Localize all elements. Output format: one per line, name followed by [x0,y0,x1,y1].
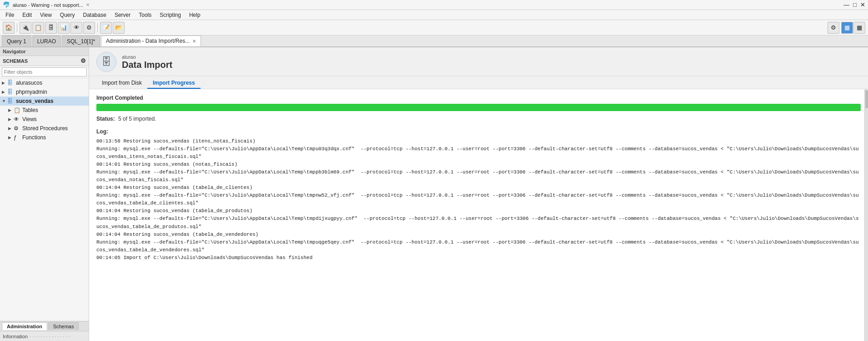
schema-label-phpmyadmin: phpmyadmin [16,89,47,95]
schema-item-alurasucos[interactable]: ▶ 🗄 alurasucos [0,78,89,87]
info-bar: Information · · · · · · · · · · · · · · … [0,331,89,341]
schemas-options-icon[interactable]: ⚙ [80,57,86,64]
import-database-icon: 🗄 [96,52,116,72]
menu-scripting[interactable]: Scripting [156,11,185,19]
tab-admin-import[interactable]: Administration - Data Import/Res... ✕ [101,36,201,46]
schema-children-sucos-vendas: ▶ 📋 Tables ▶ 👁 Views ▶ ⚙ Stored Procedur… [0,106,89,142]
import-header: 🗄 alurao Data Import [89,47,868,76]
maximize-button[interactable]: □ [853,1,857,8]
schema-arrow-sucos-vendas: ▼ [2,99,7,103]
tab-sql10[interactable]: SQL_10[1]* [62,36,100,46]
navigator-header: Navigator [0,47,89,56]
close-button[interactable]: ✕ [860,1,865,8]
toolbar-layout2-button[interactable]: ▦ [853,22,865,34]
sp-icon: ⚙ [14,125,21,132]
schema-child-tables[interactable]: ▶ 📋 Tables [6,106,89,115]
toolbar-gear-button[interactable]: ⚙ [828,22,839,34]
minimize-button[interactable]: — [843,1,849,8]
scrollbar-thumb[interactable] [865,90,868,108]
info-label: Information [3,334,28,339]
bottom-tab-administration[interactable]: Administration [2,322,47,330]
import-title: Data Import [122,60,172,70]
filter-row [0,66,89,78]
toolbar-right: ⚙ ▦ ▦ [828,22,865,34]
menu-server[interactable]: Server [111,11,134,19]
tab-query1-label: Query 1 [7,38,26,45]
title-bar-left: 🐬 alurao - Warning - not support... ✕ [3,1,90,8]
content-area: 🗄 alurao Data Import Import from Disk Im… [89,47,868,341]
toolbar-table-button[interactable]: 📊 [58,22,70,34]
schema-tree: ▶ 🗄 alurasucos ▶ 🗄 phpmyadmin ▼ 🗄 sucos_… [0,78,89,321]
tab-admin-import-close-icon[interactable]: ✕ [192,39,196,44]
subtab-import-progress[interactable]: Import Progress [147,78,201,89]
toolbar-properties-button[interactable]: 📋 [32,22,44,34]
schema-label-alurasucos: alurasucos [16,80,42,86]
menu-help[interactable]: Help [186,11,204,19]
toolbar-schema-button[interactable]: 🗄 [45,22,57,34]
schema-child-stored-procedures[interactable]: ▶ ⚙ Stored Procedures [6,124,89,133]
menu-view[interactable]: View [36,11,55,19]
schema-db-icon-phpmyadmin: 🗄 [7,89,15,95]
toolbar: 🏠 🔌 📋 🗄 📊 👁 ⚙ 📝 📂 ⚙ ▦ ▦ [0,20,868,36]
toolbar-query-button[interactable]: 📝 [100,22,112,34]
subtab-import-from-disk[interactable]: Import from Disk [96,78,147,89]
func-arrow: ▶ [8,135,14,140]
status-label-text: Status: [96,116,115,122]
menu-tools[interactable]: Tools [135,11,155,19]
schema-item-sucos-vendas[interactable]: ▼ 🗄 sucos_vendas [0,97,89,106]
info-dots-icon: · · · · · · · · · · · · · · · [30,334,70,339]
bottom-tabs: Administration Schemas [0,321,89,331]
schemas-header: SCHEMAS ⚙ [0,56,89,66]
tab-query1[interactable]: Query 1 [2,36,31,46]
import-completed-label: Import Completed [96,95,861,101]
views-label: Views [22,116,37,122]
tab-admin-import-label: Administration - Data Import/Res... [106,38,190,44]
title-bar-tab-title: alurao - Warning - not support... [13,2,83,8]
schema-db-icon-alurasucos: 🗄 [7,80,15,86]
title-bar-controls: — □ ✕ [843,1,865,8]
menu-query[interactable]: Query [56,11,79,19]
tab-lurao[interactable]: LURAO [32,36,61,46]
toolbar-home-button[interactable]: 🏠 [3,22,15,34]
tab-sql10-label: SQL_10[1]* [67,38,95,45]
sp-arrow: ▶ [8,126,14,131]
schema-filter-input[interactable] [2,67,87,76]
progress-bar-container [96,104,861,111]
import-user: alurao [122,54,172,60]
views-arrow: ▶ [8,117,14,122]
tabs-bar: Query 1 LURAO SQL_10[1]* Administration … [0,36,868,47]
import-subtabs: Import from Disk Import Progress [89,76,868,89]
schema-label-sucos-vendas: sucos_vendas [16,98,54,104]
status-value-text: 5 of 5 imported. [118,116,156,122]
sp-label: Stored Procedures [22,125,68,132]
tables-icon: 📋 [14,107,21,113]
title-bar: 🐬 alurao - Warning - not support... ✕ — … [0,0,868,10]
func-label: Functions [22,134,46,141]
schema-child-functions[interactable]: ▶ ƒ Functions [6,133,89,142]
app-logo-icon: 🐬 [3,1,10,8]
progress-bar-fill [96,104,861,111]
schemas-label: SCHEMAS [3,58,28,64]
toolbar-view-button[interactable]: 👁 [70,22,82,34]
schema-child-views[interactable]: ▶ 👁 Views [6,115,89,124]
toolbar-connect-button[interactable]: 🔌 [20,22,31,34]
toolbar-sep-2 [97,23,98,32]
menu-edit[interactable]: Edit [19,11,35,19]
menu-file[interactable]: File [2,11,18,19]
toolbar-left: 🏠 🔌 📋 🗄 📊 👁 ⚙ 📝 📂 [3,22,125,34]
toolbar-layout1-button[interactable]: ▦ [841,22,853,34]
schema-arrow-phpmyadmin: ▶ [2,90,7,94]
schema-item-phpmyadmin[interactable]: ▶ 🗄 phpmyadmin [0,87,89,97]
toolbar-sp-button[interactable]: ⚙ [83,22,95,34]
menu-database[interactable]: Database [80,11,110,19]
log-label-text: Log: [96,128,861,135]
tables-arrow: ▶ [8,108,14,112]
title-bar-close-icon[interactable]: ✕ [86,2,90,7]
navigator-panel: Navigator SCHEMAS ⚙ ▶ 🗄 alurasucos ▶ 🗄 p… [0,47,89,341]
schema-arrow-alurasucos: ▶ [2,81,7,85]
schema-db-icon-sucos-vendas: 🗄 [7,98,15,104]
navigator-label: Navigator [3,49,26,54]
toolbar-import-button[interactable]: 📂 [113,22,125,34]
import-title-block: alurao Data Import [122,54,172,70]
bottom-tab-schemas[interactable]: Schemas [48,322,79,330]
